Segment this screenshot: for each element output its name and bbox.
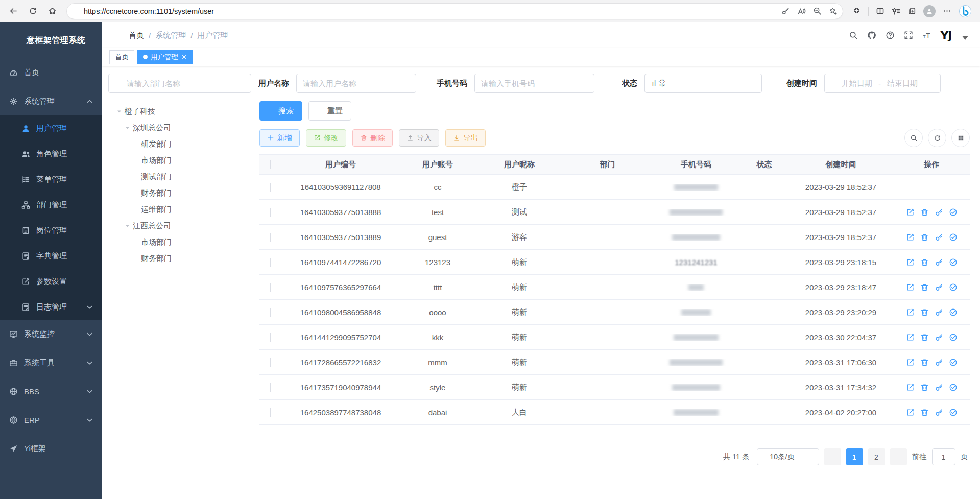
row-key-icon[interactable] — [935, 258, 943, 267]
collapse-sidebar-icon[interactable] — [109, 30, 121, 41]
github-icon[interactable] — [867, 31, 876, 40]
tab-1[interactable]: 用户管理 — [137, 50, 193, 64]
row-check-icon[interactable] — [949, 408, 958, 417]
row-delete-icon[interactable] — [920, 283, 929, 292]
row-key-icon[interactable] — [935, 208, 943, 217]
date-end-placeholder[interactable]: 结束日期 — [887, 79, 918, 88]
lock-icon[interactable] — [72, 7, 80, 15]
sidebar-item-10[interactable]: 系统监控 — [0, 320, 102, 348]
sidebar-item-0[interactable]: 首页 — [0, 58, 102, 87]
workspaces-icon[interactable] — [907, 7, 916, 15]
tree-node-7[interactable]: 江西总公司 — [111, 218, 251, 234]
fullscreen-icon[interactable] — [904, 31, 913, 40]
date-range-picker[interactable]: 开始日期 - 结束日期 — [824, 74, 941, 93]
sidebar-item-2[interactable]: 用户管理 — [0, 115, 102, 141]
refresh-button[interactable] — [928, 129, 946, 147]
row-edit-icon[interactable] — [906, 258, 915, 267]
profile-avatar-icon[interactable] — [923, 5, 936, 17]
page-size-select[interactable]: 10条/页 — [757, 448, 819, 465]
row-delete-icon[interactable] — [920, 408, 929, 417]
date-start-placeholder[interactable]: 开始日期 — [842, 79, 872, 88]
more-icon[interactable] — [943, 7, 951, 15]
sidebar-item-9[interactable]: 日志管理 — [0, 294, 102, 320]
row-key-icon[interactable] — [935, 408, 943, 417]
row-key-icon[interactable] — [935, 358, 943, 367]
row-delete-icon[interactable] — [920, 358, 929, 367]
toolbar-button-0[interactable]: 新增 — [259, 129, 300, 147]
row-key-icon[interactable] — [935, 233, 943, 242]
tree-node-8[interactable]: 市场部门 — [111, 234, 251, 250]
sidebar-item-6[interactable]: 岗位管理 — [0, 218, 102, 243]
row-checkbox[interactable] — [270, 308, 271, 317]
read-aloud-icon[interactable] — [797, 7, 806, 15]
row-key-icon[interactable] — [935, 283, 943, 292]
page-button-2[interactable]: 2 — [868, 448, 885, 465]
row-delete-icon[interactable] — [920, 308, 929, 317]
sidebar-item-14[interactable]: Yi框架 — [0, 434, 102, 463]
toolbar-button-4[interactable]: 导出 — [445, 129, 486, 147]
zoom-out-icon[interactable] — [813, 7, 822, 15]
tree-node-2[interactable]: 研发部门 — [111, 136, 251, 152]
phone-field[interactable] — [481, 79, 588, 88]
home-button[interactable] — [44, 3, 60, 19]
copilot-icon[interactable] — [959, 5, 972, 18]
sidebar-item-12[interactable]: BBS — [0, 377, 102, 406]
collections-icon[interactable] — [892, 7, 900, 15]
grid-button[interactable] — [951, 129, 970, 147]
tree-node-4[interactable]: 测试部门 — [111, 169, 251, 185]
sidebar-item-4[interactable]: 菜单管理 — [0, 167, 102, 192]
row-delete-icon[interactable] — [920, 383, 929, 392]
tab-close-icon[interactable] — [181, 54, 187, 60]
dept-search-field[interactable] — [127, 79, 245, 88]
sidebar-item-5[interactable]: 部门管理 — [0, 192, 102, 218]
row-check-icon[interactable] — [949, 383, 958, 392]
sidebar-item-7[interactable]: 字典管理 — [0, 243, 102, 269]
goto-page-input[interactable] — [932, 448, 955, 465]
page-button-1[interactable]: 1 — [846, 448, 863, 465]
row-edit-icon[interactable] — [906, 333, 915, 342]
font-size-icon[interactable]: TT — [922, 31, 931, 40]
row-check-icon[interactable] — [949, 208, 958, 217]
add-favorite-icon[interactable] — [829, 7, 838, 15]
sidebar-item-11[interactable]: 系统工具 — [0, 348, 102, 377]
row-key-icon[interactable] — [935, 383, 943, 392]
row-edit-icon[interactable] — [906, 308, 915, 317]
tree-node-6[interactable]: 运维部门 — [111, 201, 251, 218]
app-logo[interactable]: 意框架管理系统 — [0, 22, 102, 58]
row-delete-icon[interactable] — [920, 333, 929, 342]
tree-node-1[interactable]: 深圳总公司 — [111, 120, 251, 136]
toolbar-button-3[interactable]: 导入 — [399, 129, 439, 147]
sidebar-item-8[interactable]: 参数设置 — [0, 269, 102, 294]
row-edit-icon[interactable] — [906, 408, 915, 417]
sidebar-item-3[interactable]: 角色管理 — [0, 141, 102, 167]
select-all-checkbox[interactable] — [270, 160, 271, 169]
status-select[interactable]: 正常 — [644, 74, 762, 93]
row-checkbox[interactable] — [270, 258, 271, 267]
row-check-icon[interactable] — [949, 358, 958, 367]
row-edit-icon[interactable] — [906, 208, 915, 217]
sidebar-item-13[interactable]: ERP — [0, 406, 102, 434]
row-check-icon[interactable] — [949, 333, 958, 342]
row-checkbox[interactable] — [270, 208, 271, 217]
url-text[interactable]: https://ccnetcore.com:1101/system/user — [84, 7, 777, 15]
row-key-icon[interactable] — [935, 333, 943, 342]
phone-input[interactable] — [474, 74, 594, 93]
row-checkbox[interactable] — [270, 358, 271, 367]
back-button[interactable] — [5, 3, 21, 19]
row-check-icon[interactable] — [949, 233, 958, 242]
toolbar-button-1[interactable]: 修改 — [306, 129, 346, 147]
user-menu-logo[interactable]: Yj — [941, 29, 951, 42]
username-input[interactable] — [296, 74, 416, 93]
extensions-icon[interactable] — [852, 7, 861, 15]
mini-search-button[interactable] — [904, 129, 923, 147]
tree-node-0[interactable]: 橙子科技 — [111, 103, 251, 120]
row-delete-icon[interactable] — [920, 208, 929, 217]
row-edit-icon[interactable] — [906, 233, 915, 242]
breadcrumb-item[interactable]: 首页 — [129, 31, 144, 40]
help-icon[interactable] — [886, 31, 895, 40]
row-checkbox[interactable] — [270, 233, 271, 242]
row-check-icon[interactable] — [949, 308, 958, 317]
row-checkbox[interactable] — [270, 408, 271, 417]
row-check-icon[interactable] — [949, 283, 958, 292]
row-checkbox[interactable] — [270, 383, 271, 392]
